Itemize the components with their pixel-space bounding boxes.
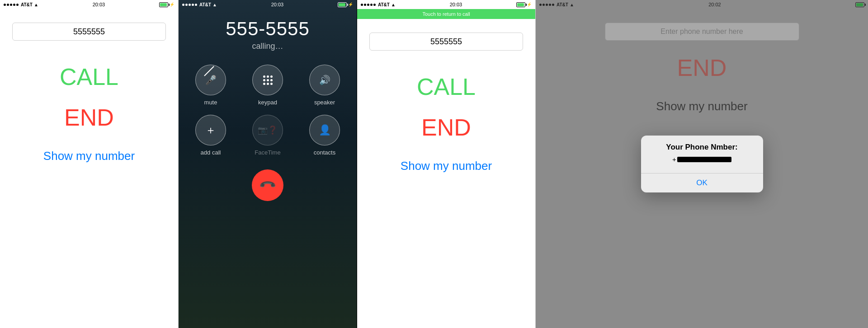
signal-dots-1 xyxy=(4,4,19,6)
dot1 xyxy=(182,4,184,6)
status-bar-1: AT&T ▲ 20:03 ⚡ xyxy=(0,0,178,9)
modal-overlay: Your Phone Nmber: + OK xyxy=(536,0,868,328)
panel-4-dialog: AT&T ▲ 20:02 Enter phone number here END… xyxy=(536,0,868,328)
person-icon: 👤 xyxy=(319,124,331,136)
wifi-icon-2: ▲ xyxy=(212,2,217,7)
phone-number-1: 5555555 xyxy=(73,27,105,37)
contacts-button[interactable]: 👤 contacts xyxy=(309,115,340,156)
dot5 xyxy=(195,4,197,6)
keypad-label: keypad xyxy=(258,99,277,106)
charging-icon-3: ⚡ xyxy=(527,2,532,7)
phone-input-3[interactable]: 5555555 xyxy=(369,33,523,51)
show-number-button-3[interactable]: Show my number xyxy=(401,159,492,173)
calling-status: calling… xyxy=(252,42,283,51)
wifi-icon-3: ▲ xyxy=(391,2,396,7)
phone-down-icon: 📞 xyxy=(258,176,277,194)
speaker-label: speaker xyxy=(314,99,335,106)
contacts-circle: 👤 xyxy=(309,115,340,145)
time-2: 20:03 xyxy=(271,2,284,7)
time-1: 20:03 xyxy=(93,2,105,7)
speaker-circle: 🔊 xyxy=(309,65,340,95)
carrier-3: AT&T xyxy=(378,2,390,7)
end-call-button[interactable]: 📞 xyxy=(252,169,283,201)
controls-row-2: ＋ add call 📷❓ FaceTime 👤 contacts xyxy=(195,115,340,156)
facetime-button[interactable]: 📷❓ FaceTime xyxy=(252,115,283,156)
keypad-icon xyxy=(263,75,273,85)
battery-2 xyxy=(338,2,347,7)
battery-1 xyxy=(159,2,168,7)
panel-1-main: AT&T ▲ 20:03 ⚡ 5555555 CALL END Show my … xyxy=(0,0,179,328)
phone-input-1[interactable]: 5555555 xyxy=(12,23,166,41)
dot2 xyxy=(7,4,9,6)
show-number-button-1[interactable]: Show my number xyxy=(43,149,135,163)
speaker-icon: 🔊 xyxy=(319,75,330,85)
facetime-icon: 📷❓ xyxy=(258,125,278,135)
modal-title: Your Phone Nmber: xyxy=(650,143,754,152)
add-call-button[interactable]: ＋ add call xyxy=(195,115,226,156)
phone-number-3: 5555555 xyxy=(430,37,462,47)
mute-circle: 🎤 xyxy=(195,65,226,95)
battery-fill-2 xyxy=(339,3,345,6)
battery-fill-3 xyxy=(517,3,524,6)
touch-bar-label: Touch to return to call xyxy=(422,11,470,17)
wifi-icon-1: ▲ xyxy=(34,2,38,7)
controls-row-1: 🎤 mute keypad xyxy=(195,65,340,106)
mute-label: mute xyxy=(204,99,217,106)
status-right-2: ⚡ xyxy=(338,2,353,7)
add-call-circle: ＋ xyxy=(195,115,226,145)
keypad-circle xyxy=(252,65,283,95)
status-right-3: ⚡ xyxy=(516,2,532,7)
phone-number-dialog: Your Phone Nmber: + OK xyxy=(641,136,763,192)
panel-2-calling: AT&T ▲ 20:03 ⚡ 555-5555 calling… 🎤 xyxy=(179,0,357,328)
add-call-label: add call xyxy=(201,149,221,156)
mute-button[interactable]: 🎤 mute xyxy=(195,65,226,106)
call-controls: 🎤 mute keypad xyxy=(195,65,340,156)
status-right-1: ⚡ xyxy=(159,2,175,7)
modal-phone-number: + xyxy=(650,155,754,163)
phone-plus-prefix: + xyxy=(672,155,676,163)
facetime-label: FaceTime xyxy=(255,149,280,156)
panel-3-active: AT&T ▲ 20:03 ⚡ Touch to return to call 5… xyxy=(357,0,536,328)
status-bar-2: AT&T ▲ 20:03 ⚡ xyxy=(179,0,357,9)
calling-number: 555-5555 xyxy=(226,18,310,40)
mic-slash-icon: 🎤 xyxy=(205,75,217,85)
modal-content: Your Phone Nmber: + xyxy=(641,136,763,168)
mic-slash-line xyxy=(204,66,214,76)
dot3 xyxy=(189,4,191,6)
charging-icon-2: ⚡ xyxy=(348,2,353,7)
status-bar-3: AT&T ▲ 20:03 ⚡ xyxy=(357,0,535,9)
status-left-3: AT&T ▲ xyxy=(361,2,396,7)
touch-to-return-bar[interactable]: Touch to return to call xyxy=(357,9,535,19)
dot4 xyxy=(192,4,194,6)
dot5 xyxy=(16,4,19,6)
end-button-3[interactable]: END xyxy=(421,114,471,141)
speaker-button[interactable]: 🔊 speaker xyxy=(309,65,340,106)
keypad-button[interactable]: keypad xyxy=(252,65,283,106)
phone-number-redacted xyxy=(677,157,731,162)
facetime-circle: 📷❓ xyxy=(252,115,283,145)
status-left-1: AT&T ▲ xyxy=(4,2,38,7)
signal-dots-2 xyxy=(182,4,197,6)
carrier-2: AT&T xyxy=(199,2,211,7)
dot2 xyxy=(185,4,188,6)
dot3 xyxy=(10,4,12,6)
signal-dots-3 xyxy=(361,4,376,6)
contacts-label: contacts xyxy=(314,149,335,156)
time-3: 20:03 xyxy=(450,2,462,7)
charging-icon-1: ⚡ xyxy=(170,2,175,7)
call-button-1[interactable]: CALL xyxy=(60,63,118,90)
battery-fill-1 xyxy=(160,3,167,6)
status-left-2: AT&T ▲ xyxy=(182,2,217,7)
carrier-1: AT&T xyxy=(21,2,33,7)
call-button-3[interactable]: CALL xyxy=(417,73,476,100)
modal-ok-button[interactable]: OK xyxy=(641,173,763,192)
dot4 xyxy=(13,4,15,6)
end-button-1[interactable]: END xyxy=(64,104,114,131)
dot1 xyxy=(4,4,6,6)
plus-icon: ＋ xyxy=(205,123,216,137)
battery-3 xyxy=(516,2,525,7)
